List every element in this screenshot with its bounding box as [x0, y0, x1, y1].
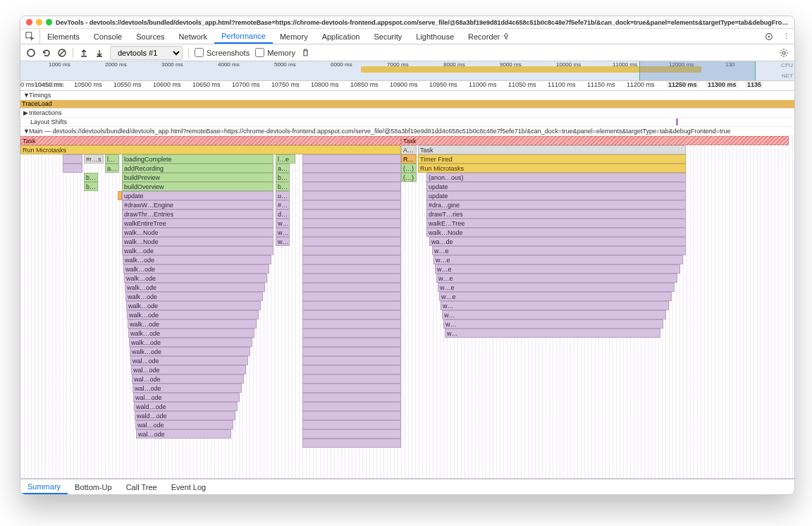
tab-performance[interactable]: Performance — [214, 29, 273, 44]
interactions-section[interactable]: ▶Interactions — [20, 109, 794, 118]
flame-entry[interactable]: walk…ode — [122, 246, 273, 255]
bg[interactable] — [302, 402, 401, 411]
tab-lighthouse[interactable]: Lighthouse — [409, 29, 461, 44]
flame-entry[interactable]: l…e — [276, 154, 295, 164]
details-tab-summary[interactable]: Summary — [20, 479, 68, 494]
flame-entry[interactable]: (…) — [401, 164, 417, 173]
bg[interactable] — [302, 237, 401, 246]
flame-entry[interactable]: wald…ode — [135, 411, 235, 420]
task[interactable]: Task — [401, 136, 789, 145]
layoutshifts-section[interactable]: Layout Shifts — [20, 118, 794, 127]
time-ruler[interactable]: 0 ms Animations 10450 ms10500 ms10550 ms… — [20, 81, 794, 91]
flame-entry[interactable]: w…e — [436, 274, 677, 283]
close-icon[interactable] — [26, 19, 32, 25]
bg[interactable] — [302, 292, 401, 301]
flame-entry[interactable]: wal…ode — [135, 420, 233, 429]
flame-entry[interactable]: R… — [401, 154, 417, 164]
flame-entry[interactable]: b… — [84, 173, 98, 182]
flame-entry[interactable]: walk…ode — [125, 283, 265, 292]
flame-entry[interactable]: w… — [276, 219, 290, 228]
bg[interactable] — [302, 365, 401, 374]
tab-elements[interactable]: Elements — [40, 29, 87, 44]
flame-entry[interactable]: walk…ode — [125, 292, 263, 301]
flame-entry[interactable]: addRecording — [122, 164, 273, 173]
bg[interactable] — [302, 347, 401, 356]
inspect-icon[interactable] — [20, 29, 40, 44]
bg[interactable] — [302, 374, 401, 384]
flame-entry[interactable]: update — [426, 191, 686, 200]
upload-icon[interactable] — [79, 48, 89, 58]
fullscreen-icon[interactable] — [46, 19, 52, 25]
flame-entry[interactable] — [63, 164, 82, 173]
flame-entry[interactable]: buildOverview — [122, 182, 273, 191]
more-icon[interactable]: ⋮ — [778, 29, 794, 44]
flame-entry[interactable]: wal…ode — [133, 393, 240, 402]
flame-entry[interactable]: u… — [276, 191, 290, 200]
flame-entry[interactable]: walk…Node — [122, 237, 273, 246]
bg[interactable] — [302, 439, 401, 448]
bg[interactable] — [302, 310, 401, 319]
flame-entry[interactable]: update — [426, 182, 686, 191]
flame-entry[interactable]: wal…ode — [133, 384, 242, 393]
flame-entry[interactable]: w… — [442, 310, 666, 319]
flame-entry[interactable]: b… — [276, 173, 290, 182]
flame-entry[interactable]: buildPreview — [122, 173, 273, 182]
screenshots-checkbox[interactable]: Screenshots — [195, 48, 250, 57]
flame-entry[interactable]: Timer Fired — [418, 154, 686, 164]
flame-entry[interactable]: walk…ode — [124, 274, 267, 283]
flame-entry[interactable]: walk…ode — [123, 255, 271, 264]
bg[interactable] — [302, 255, 401, 264]
flame-entry[interactable]: w… — [445, 329, 660, 338]
flame-entry[interactable]: drawT…ries — [426, 209, 686, 219]
flame-entry[interactable]: A… — [401, 145, 417, 154]
clear-icon[interactable] — [57, 48, 67, 58]
timings-section[interactable]: ▼Timings — [20, 91, 794, 100]
flame-entry[interactable]: walk…Node — [426, 228, 686, 237]
main-thread-header[interactable]: ▼Main — devtools://devtools/bundled/devt… — [20, 127, 794, 136]
tab-recorder[interactable]: Recorder — [461, 29, 517, 44]
traceload-bar[interactable]: TraceLoad — [20, 100, 794, 109]
flame-entry[interactable]: a… — [276, 164, 290, 173]
tab-network[interactable]: Network — [172, 29, 214, 44]
bg[interactable] — [302, 200, 401, 209]
bg[interactable] — [302, 164, 401, 173]
run-microtasks[interactable]: Run Microtasks — [20, 145, 401, 154]
tab-application[interactable]: Application — [315, 29, 367, 44]
bg[interactable] — [302, 191, 401, 200]
flame-entry[interactable]: walk…ode — [127, 310, 259, 319]
bg[interactable] — [302, 246, 401, 255]
flame-entry[interactable]: walk…ode — [126, 301, 261, 310]
bg[interactable] — [302, 154, 401, 164]
flame-entry[interactable]: walk…ode — [123, 264, 269, 274]
flame-entry[interactable]: Task — [418, 145, 686, 154]
profile-select[interactable]: devtools #1 — [110, 46, 183, 60]
details-tab-bottom-up[interactable]: Bottom-Up — [68, 479, 119, 494]
flame-entry[interactable]: wal…ode — [130, 356, 248, 365]
bg[interactable] — [302, 274, 401, 283]
flame-entry[interactable]: #r…s — [84, 154, 104, 164]
trash-icon[interactable] — [301, 48, 310, 57]
bg[interactable] — [302, 384, 401, 393]
bg[interactable] — [302, 319, 401, 329]
minimize-icon[interactable] — [36, 19, 42, 25]
flame-entry[interactable]: b… — [84, 182, 98, 191]
flame-entry[interactable]: walk…ode — [128, 319, 257, 329]
settings-icon[interactable] — [760, 29, 778, 44]
flame-entry[interactable]: update — [122, 191, 273, 200]
flame-entry[interactable]: walk…ode — [129, 338, 252, 347]
flame-entry[interactable]: w… — [441, 301, 669, 310]
flame-entry[interactable]: w… — [276, 228, 290, 237]
flame-entry[interactable]: loadingComplete — [122, 154, 273, 164]
flame-entry[interactable]: walkEntireTree — [122, 219, 273, 228]
download-icon[interactable] — [94, 48, 104, 58]
flame-entry[interactable]: (…) — [401, 173, 417, 182]
flame-entry[interactable]: w…e — [438, 283, 675, 292]
memory-checkbox[interactable]: Memory — [255, 48, 295, 57]
bg[interactable] — [302, 182, 401, 191]
flame-entry[interactable]: walkE…Tree — [426, 219, 686, 228]
tab-sources[interactable]: Sources — [129, 29, 171, 44]
flame-entry[interactable]: wal…ode — [136, 429, 231, 439]
bg[interactable] — [302, 301, 401, 310]
reload-record-icon[interactable] — [42, 48, 51, 58]
flame-entry[interactable]: Run Microtasks — [418, 164, 686, 173]
